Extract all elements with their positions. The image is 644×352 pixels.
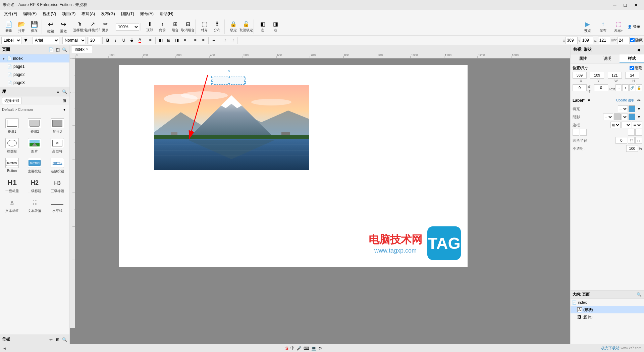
motherboard-add-button[interactable]: ⊞ [55,337,61,343]
indent-button[interactable]: ≡ [192,37,199,44]
hidden-toggle[interactable]: 隐藏 [630,65,642,71]
corner-radius-input[interactable] [615,137,627,144]
corner-radius-btn1[interactable]: ⬚ [628,137,635,144]
align-right-button[interactable]: ◨ [173,37,180,44]
open-button[interactable]: 📂 打开 [15,19,28,34]
link-size-button[interactable]: 🔗 [629,84,635,91]
opacity-input[interactable] [626,145,638,152]
update-link[interactable]: Update 说明 [616,98,635,103]
handle-tm[interactable] [228,76,230,78]
maximize-button[interactable]: □ [621,2,630,8]
lib-button[interactable]: BUTTON Button [1,157,23,175]
rotation-input[interactable] [573,84,587,91]
canvas-image-element[interactable] [154,85,309,170]
right-panel-collapse[interactable]: ◀ [635,47,641,53]
undo-button[interactable]: ↩ 撤销 [45,19,57,34]
top-button[interactable]: ⬆ 顶部 [144,19,156,34]
canvas-wrapper[interactable]: 0 100 200 300 400 500 600 700 80 [70,53,570,344]
shadow-color1-box[interactable] [614,114,621,120]
handle-ml[interactable] [211,80,213,82]
menu-help[interactable]: 帮助(H) [157,10,176,17]
layer-item-index[interactable]: 📄 index [571,299,644,306]
x-coord-input[interactable] [566,37,578,44]
login-button[interactable]: 👤 登录 [627,19,641,34]
layer-item-shape[interactable]: A (形状) [571,306,644,313]
minimize-button[interactable]: ─ [610,2,620,8]
h-coord-input[interactable] [618,37,630,44]
pages-add-button[interactable]: 📄 [48,47,54,53]
preview-button[interactable]: ▶ 预览 [580,19,595,34]
select-mode1-button[interactable]: 🖱 选择模式 [74,19,86,34]
align-justify-button[interactable]: ≡ [181,37,189,44]
pos-x-input[interactable] [573,72,587,79]
label-type-select[interactable]: Label [1,37,21,44]
page-item-page3[interactable]: 📄 page3 [0,79,69,87]
shadow-color2-box[interactable] [629,114,635,120]
font-style-select[interactable]: Normal [62,37,86,44]
layer-item-image[interactable]: 🖼 (图片) [571,313,644,321]
left-align-button[interactable]: ◧ 左 [257,19,269,34]
page-item-page1[interactable]: 📄 page1 [0,62,69,71]
lib-h2[interactable]: H2 二级标题 [24,176,46,195]
ungroup-button[interactable]: ⊟ 取消组合 [182,19,194,34]
save-button[interactable]: 💾 保存 [28,19,40,34]
border-btn4[interactable] [635,129,642,136]
border-style-button[interactable]: ⬚ [220,37,228,44]
rp-tab-description[interactable]: 说明 [595,54,620,63]
motherboard-back-button[interactable]: ↩ [48,337,54,343]
sogou-icon[interactable]: S [285,346,288,351]
cpu-icon[interactable]: 💻 [311,346,316,351]
unlock-size-button[interactable]: 🔓 [636,84,642,91]
new-button[interactable]: 📄 新建 [3,19,15,34]
font-size-input[interactable] [89,37,101,44]
input-icon[interactable]: 中 [290,345,294,351]
lib-link-btn[interactable]: BUTTON 链接按钮 [47,157,68,175]
font-family-select[interactable]: Arial [33,37,59,44]
italic-button[interactable]: I [112,37,119,44]
shape-edit-button[interactable]: ✏ [636,97,642,103]
select-all-button[interactable]: 选择全部 [2,97,21,104]
library-view-button[interactable]: ⊞ [61,98,67,104]
library-search-button[interactable]: 🔍 [61,89,67,95]
lib-rect1[interactable]: 矩形1 [1,117,23,135]
forward-button[interactable]: ↑ 向前 [156,19,168,34]
fill-type-select[interactable]: ─ [618,105,628,112]
publish2-button[interactable]: ⬚ 发布+ [611,19,626,34]
handle-tr[interactable] [244,76,246,78]
lib-primary-btn[interactable]: BUTTON 主要按钮 [24,157,46,175]
pos-h-input[interactable] [625,72,639,79]
y-coord-input[interactable] [581,37,593,44]
mic-icon[interactable]: 🎤 [297,346,302,351]
shadow-expand-button[interactable]: ▼ [636,114,642,120]
handle-br[interactable] [244,83,246,85]
zoom-select[interactable]: 100% 50% 75% 150% 200% [116,23,139,31]
lib-text-label[interactable]: A 文本标签 [1,196,23,215]
menu-publish[interactable]: 发布(G) [98,10,117,17]
handle-tl[interactable] [211,76,213,78]
lock-button[interactable]: 🔒 锁定 [227,19,239,34]
lib-rect3[interactable]: 矩形3 [47,117,68,135]
right-align-button[interactable]: ◨ 右 [269,19,281,34]
pages-search-button[interactable]: 🔍 [61,47,67,53]
unlock-button[interactable]: 🔓 取消锁定 [240,19,252,34]
settings-icon[interactable]: ⚙ [318,346,322,351]
shape-expand-button[interactable]: ▼ [586,97,592,103]
align-center-button[interactable]: ⊟ [165,37,172,44]
menu-team[interactable]: 团队(T) [118,10,137,17]
line-color-button[interactable]: ━ [210,37,217,44]
redo-button[interactable]: ↪ 重做 [57,19,69,34]
select-mode2-button[interactable]: ↗ 选择模式2 [87,19,99,34]
layers-search-button[interactable]: 🔍 [636,292,642,298]
flip-h-button[interactable]: ↔ [615,84,622,91]
page-item-index[interactable]: ▼ 📄 index [0,54,69,62]
lib-text-para[interactable]: ≡ ≡≡ ≡ 文本段落 [24,196,46,215]
pos-w-input[interactable] [608,72,622,79]
align-left-button[interactable]: ◧ [157,37,164,44]
border-width-button[interactable]: ⬚ [228,37,236,44]
handle-bm[interactable] [228,83,230,85]
shadow-expand-select[interactable]: ▼ [621,114,628,120]
align-button[interactable]: ⬚ 对齐 [198,19,210,34]
distribute-button[interactable]: ⠿ 分布 [211,19,223,34]
selection-box[interactable] [212,77,246,85]
library-category-toggle[interactable]: ▼ [61,106,67,113]
